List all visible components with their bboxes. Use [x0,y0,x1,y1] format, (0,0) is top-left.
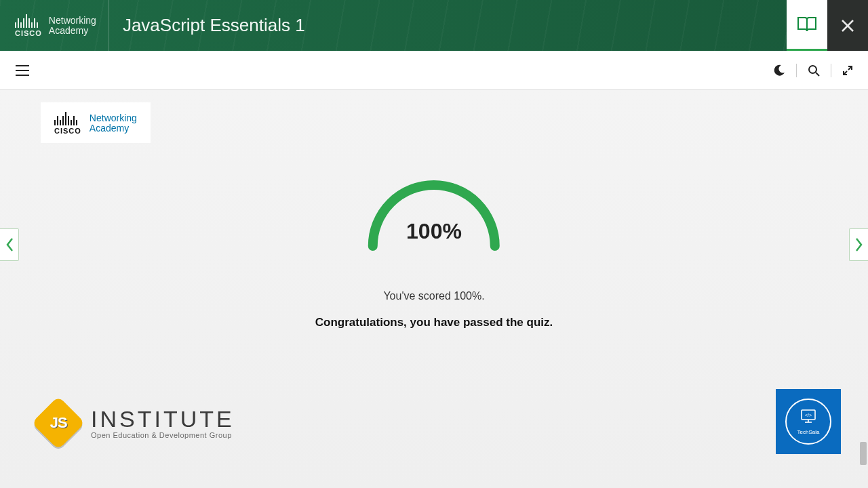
congrats-text: Congratulations, you have passed the qui… [315,316,553,329]
book-open-icon [797,16,817,33]
brand-line2: Academy [49,26,96,36]
scrollbar[interactable] [860,90,867,488]
brand-logo: CISCO Networking Academy [0,0,109,51]
computer-icon: </> [800,409,817,426]
toolbar-divider [831,64,831,77]
institute-tagline: Open Education & Development Group [91,432,235,439]
cisco-bars-icon [54,112,81,125]
menu-button[interactable] [15,64,30,77]
close-button[interactable] [827,0,868,51]
cisco-bars-icon [15,14,42,28]
institute-text: INSTITUTE Open Education & Development G… [91,407,235,439]
brand-line1: Networking [90,113,137,123]
score-value: 100% [315,219,553,244]
fullscreen-button[interactable] [842,65,853,76]
prev-page-button[interactable] [0,228,19,261]
app-header: CISCO Networking Academy JavaScript Esse… [0,0,868,51]
secondary-toolbar [0,51,868,90]
brand-academy-text: Networking Academy [90,113,137,134]
watermark-label: TechSala [797,429,820,435]
brand-line1: Networking [49,16,96,26]
svg-text:</>: </> [805,413,812,418]
js-badge-icon: JS [31,396,85,449]
brand-word: CISCO [54,127,81,135]
course-title: JavaScript Essentials 1 [109,15,305,36]
institute-name: INSTITUTE [91,407,235,430]
institute-logo: JS INSTITUTE Open Education & Developmen… [39,404,235,442]
brand-word: CISCO [15,29,42,37]
content-brand-logo: CISCO Networking Academy [41,102,151,143]
channel-watermark: </> TechSala [776,389,841,454]
brand-line2: Academy [90,123,137,134]
dark-mode-button[interactable] [773,64,785,77]
cisco-logo-mark: CISCO [54,112,81,135]
chevron-left-icon [5,237,14,253]
svg-line-6 [816,73,819,76]
scrollbar-thumb[interactable] [860,442,867,465]
watermark-circle: </> TechSala [785,399,831,445]
score-panel: 100% You've scored 100%. Congratulations… [315,165,553,329]
close-icon [840,18,855,33]
search-button[interactable] [808,64,820,77]
reader-mode-button[interactable] [787,0,827,51]
toolbar-divider [796,64,797,77]
header-actions [787,0,868,51]
cisco-logo-mark: CISCO [15,14,42,37]
moon-icon [773,64,785,77]
brand-text: Networking Academy [49,16,96,35]
search-icon [808,64,820,77]
score-line: You've scored 100%. [315,290,553,302]
expand-icon [842,65,853,76]
js-badge-letters: JS [50,414,67,432]
content-area: CISCO Networking Academy 100% You've sco… [0,90,868,488]
svg-point-5 [809,66,816,73]
hamburger-icon [15,64,30,77]
